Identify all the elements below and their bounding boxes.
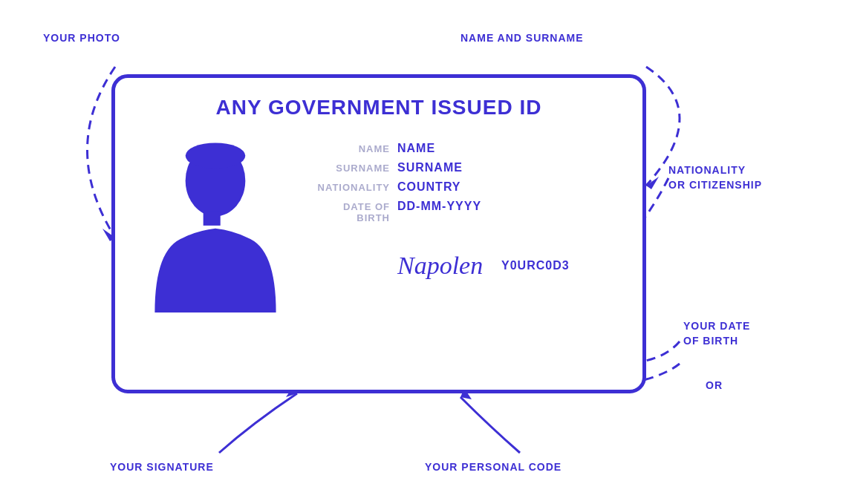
page-container: YOUR PHOTO NAME AND SURNAME NATIONALITYO… <box>0 0 843 504</box>
field-row-nationality: NATIONALITY COUNTRY <box>308 180 620 194</box>
svg-marker-1 <box>646 177 659 189</box>
field-value-surname: SURNAME <box>397 161 463 174</box>
field-value-personal-code: Y0URC0D3 <box>501 259 570 272</box>
avatar-silhouette <box>145 134 286 312</box>
field-label-dob: DATE OF BIRTH <box>308 201 390 223</box>
annotation-personal-code: YOUR PERSONAL CODE <box>425 460 562 474</box>
field-value-name: NAME <box>397 142 435 155</box>
avatar-area <box>137 134 293 312</box>
id-card-title: ANY GOVERNMENT ISSUED ID <box>137 96 620 120</box>
annotation-dob: YOUR DATEOF BIRTH <box>683 319 750 348</box>
field-row-name: NAME NAME <box>308 142 620 155</box>
personal-code-row: Napolen Y0URC0D3 <box>308 252 620 280</box>
field-label-surname: SURNAME <box>308 163 390 174</box>
field-label-name: NAME <box>308 143 390 154</box>
field-row-surname: SURNAME SURNAME <box>308 161 620 174</box>
annotation-name-and-surname: NAME AND SURNAME <box>460 31 584 45</box>
annotation-or: OR <box>706 379 723 392</box>
field-label-nationality: NATIONALITY <box>308 182 390 193</box>
annotation-your-photo: YOUR PHOTO <box>43 31 120 45</box>
id-card: ANY GOVERNMENT ISSUED ID NAME <box>111 74 646 393</box>
annotation-nationality: NATIONALITYOR CITIZENSHIP <box>668 163 762 192</box>
field-value-dob: DD-MM-YYYY <box>397 200 481 213</box>
annotation-signature: YOUR SIGNATURE <box>110 460 214 474</box>
field-value-nationality: COUNTRY <box>397 180 461 194</box>
id-card-body: NAME NAME SURNAME SURNAME NATIONALITY CO… <box>137 134 620 312</box>
svg-rect-8 <box>204 212 221 226</box>
svg-point-9 <box>186 143 246 169</box>
field-row-dob: DATE OF BIRTH DD-MM-YYYY <box>308 200 620 223</box>
fields-area: NAME NAME SURNAME SURNAME NATIONALITY CO… <box>308 134 620 312</box>
